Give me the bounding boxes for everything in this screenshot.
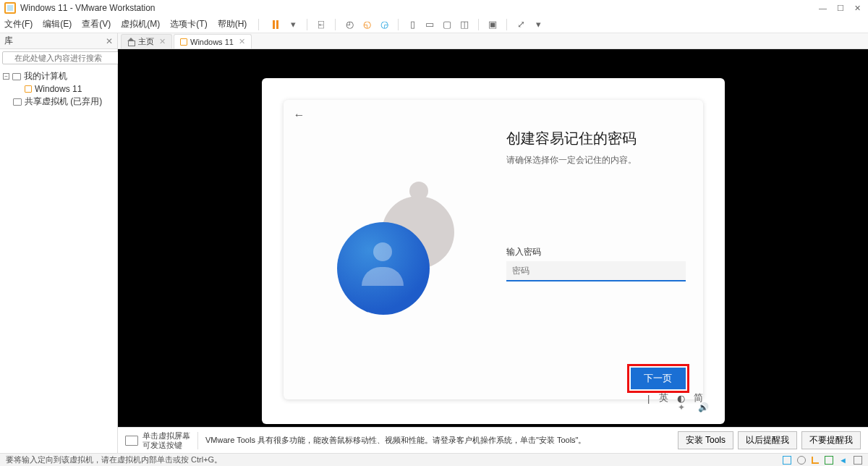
accessibility-icon[interactable]: ✦ — [678, 402, 685, 412]
tab-home[interactable]: 主页 ✕ — [121, 34, 172, 48]
library-tree: − 我的计算机 Windows 11 共享虚拟机 (已弃用) — [0, 67, 117, 111]
oobe-subtitle: 请确保选择你一定会记住的内容。 — [506, 154, 686, 166]
next-button[interactable]: 下一页 — [631, 368, 686, 389]
tree-node-shared[interactable]: 共享虚拟机 (已弃用) — [3, 95, 114, 109]
tools-note: VMware Tools 具有很多功能，能改善鼠标移动性、视频和性能。请登录客户… — [205, 435, 586, 446]
pause-icon[interactable] — [271, 20, 281, 30]
vmware-logo-icon — [4, 2, 16, 14]
vm-icon — [180, 38, 187, 46]
view-fit-icon[interactable]: ▢ — [442, 20, 452, 30]
menu-view[interactable]: 查看(V) — [82, 18, 111, 30]
tree-label: Windows 11 — [35, 84, 82, 94]
ime-separator-icon: | — [647, 393, 650, 404]
hint-line1: 单击虚拟屏幕 — [142, 431, 190, 440]
oobe-window: ← 创建容易记住的密码 请确保选择你一定会记住的内容。 输入密码 — [262, 78, 725, 424]
toolbar: ▾ ⍇ ◴ ◵ ◶ ▯ ▭ ▢ ◫ ▣ ⤢ ▾ — [271, 19, 543, 30]
oobe-title: 创建容易记住的密码 — [506, 129, 686, 148]
computer-icon — [12, 73, 21, 80]
menu-file[interactable]: 文件(F) — [4, 18, 33, 30]
tree-label: 我的计算机 — [24, 70, 67, 82]
tab-close-icon[interactable]: ✕ — [159, 37, 166, 46]
device-usb-icon[interactable] — [854, 456, 862, 465]
never-remind-button[interactable]: 不要提醒我 — [801, 431, 861, 449]
tab-close-icon[interactable]: ✕ — [239, 37, 245, 46]
device-cd-icon[interactable] — [797, 456, 806, 465]
oobe-card: ← 创建容易记住的密码 请确保选择你一定会记住的内容。 输入密码 — [284, 100, 703, 399]
window-controls: — ☐ ✕ — [819, 4, 864, 13]
dropdown2-icon[interactable]: ▾ — [533, 20, 543, 30]
snapshot-revert-icon[interactable]: ◵ — [362, 20, 372, 30]
view-unity-icon[interactable]: ◫ — [459, 20, 469, 30]
input-hint: 单击虚拟屏幕 可发送按键 — [125, 431, 190, 449]
maximize-button[interactable]: ☐ — [837, 4, 844, 13]
close-button[interactable]: ✕ — [854, 4, 861, 13]
password-input[interactable] — [506, 261, 686, 281]
volume-icon[interactable]: 🔊 — [698, 402, 709, 412]
minimize-button[interactable]: — — [819, 4, 827, 13]
view-split-icon[interactable]: ▭ — [425, 20, 435, 30]
tree-node-my-computer[interactable]: − 我的计算机 — [3, 69, 114, 83]
status-text: 要将输入定向到该虚拟机，请在虚拟机内部单击或按 Ctrl+G。 — [6, 454, 222, 465]
ime-mode[interactable]: 英 — [659, 391, 668, 404]
password-label: 输入密码 — [506, 246, 686, 258]
home-icon — [127, 38, 135, 46]
device-printer-icon[interactable] — [825, 456, 833, 465]
window-title: Windows 11 - VMware Workstation — [20, 3, 156, 13]
menu-help[interactable]: 帮助(H) — [218, 18, 247, 30]
device-disk-icon[interactable] — [783, 456, 791, 465]
dropdown-icon[interactable]: ▾ — [288, 20, 298, 30]
snapshot-manager-icon[interactable]: ◶ — [379, 20, 389, 30]
tab-label: 主页 — [138, 36, 154, 47]
status-bar: 要将输入定向到该虚拟机，请在虚拟机内部单击或按 Ctrl+G。 ◄ — [0, 453, 868, 466]
fullscreen-icon[interactable]: ▣ — [488, 20, 498, 30]
library-search-input[interactable] — [2, 51, 127, 64]
sidebar-title: 库 — [4, 35, 13, 47]
tab-label: Windows 11 — [190, 38, 234, 46]
device-sound-icon[interactable]: ◄ — [839, 456, 848, 465]
tab-windows11[interactable]: Windows 11 ✕ — [174, 34, 252, 48]
menu-tabs[interactable]: 选项卡(T) — [170, 18, 207, 30]
remind-later-button[interactable]: 以后提醒我 — [738, 431, 797, 449]
shared-icon — [13, 98, 22, 106]
menu-vm[interactable]: 虚拟机(M) — [121, 18, 160, 30]
oobe-footer-icons: ✦ 🔊 — [678, 402, 709, 412]
avatar-front-icon — [337, 222, 430, 315]
status-icons: ◄ — [783, 456, 862, 465]
device-net-icon[interactable] — [812, 457, 819, 464]
library-sidebar: 库 ✕ − 我的计算机 Windows 11 共享虚拟机 (已弃用) — [0, 33, 118, 453]
vm-icon — [25, 85, 32, 93]
view-single-icon[interactable]: ▯ — [407, 20, 417, 30]
menu-bar: 文件(F) 编辑(E) 查看(V) 虚拟机(M) 选项卡(T) 帮助(H) ▾ … — [0, 16, 868, 33]
vm-display[interactable]: ➤ ← 创建容易记住的密码 请确保选择你一定会记住的内容 — [118, 49, 868, 453]
menu-edit[interactable]: 编辑(E) — [43, 18, 72, 30]
send-cad-icon[interactable]: ⍇ — [316, 20, 326, 30]
install-tools-button[interactable]: 安装 Tools — [678, 431, 733, 449]
snapshot-icon[interactable]: ◴ — [344, 20, 354, 30]
oobe-illustration — [301, 114, 489, 388]
info-bar: 单击虚拟屏幕 可发送按键 VMware Tools 具有很多功能，能改善鼠标移动… — [118, 427, 868, 453]
sidebar-header: 库 ✕ — [0, 33, 117, 49]
hint-line2: 可发送按键 — [142, 441, 190, 449]
stretch-icon[interactable]: ⤢ — [516, 20, 526, 30]
tree-label: 共享虚拟机 (已弃用) — [25, 96, 102, 108]
monitor-icon — [125, 436, 138, 446]
document-tabs: 主页 ✕ Windows 11 ✕ — [118, 33, 868, 49]
collapse-icon[interactable]: − — [3, 73, 9, 80]
title-bar: Windows 11 - VMware Workstation — ☐ ✕ — [0, 0, 868, 16]
tree-node-windows11[interactable]: Windows 11 — [3, 83, 114, 95]
sidebar-close-icon[interactable]: ✕ — [106, 36, 113, 46]
